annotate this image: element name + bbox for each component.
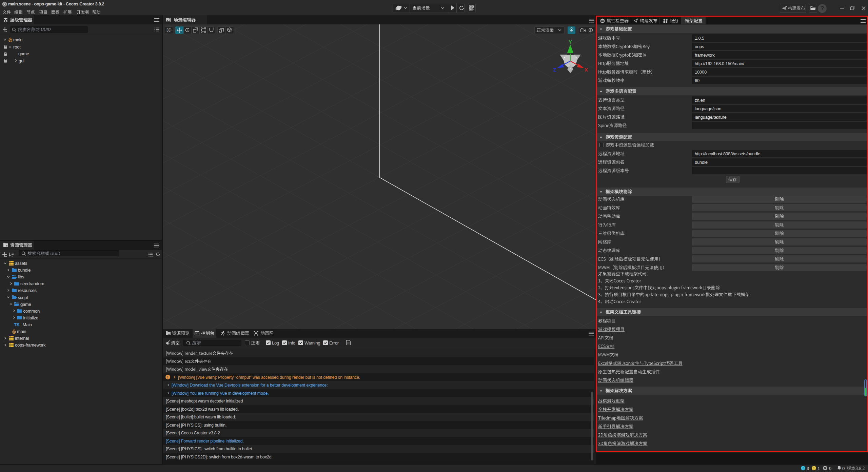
svg-text:Z: Z [553, 67, 556, 73]
svg-text:X: X [585, 67, 588, 73]
svg-text:Y: Y [569, 39, 572, 45]
svg-text:i: i [803, 467, 804, 470]
